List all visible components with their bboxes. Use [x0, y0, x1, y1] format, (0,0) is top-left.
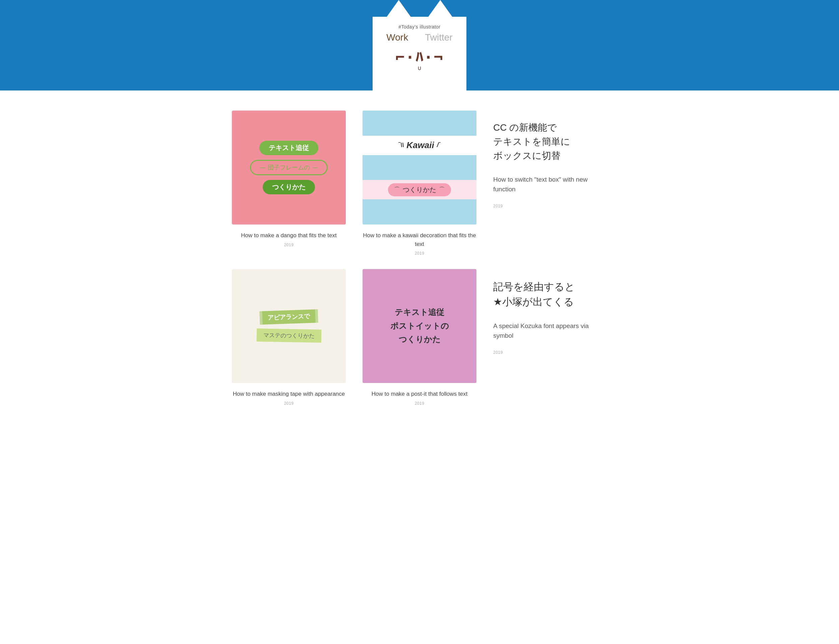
card-dango-year: 2019 [284, 243, 294, 247]
card-dango-title: How to make a dango that fits the text [241, 231, 337, 240]
cat-face-art: ⌐·ﾊ·¬ [396, 48, 443, 66]
dango-pill-1: テキスト追従 [259, 141, 318, 155]
postit-text: テキスト追従ポストイットのつくりかた [390, 306, 449, 347]
card-postit-year: 2019 [415, 401, 425, 406]
card-postit-image: テキスト追従ポストイットのつくりかた [363, 269, 476, 383]
kawaii-sub-text: ⌒ つくりかた ⌒ [388, 183, 451, 196]
nav-twitter-link[interactable]: Twitter [425, 32, 452, 43]
card-textbox-year: 2019 [493, 204, 503, 209]
card-kawaii-image: ‾\\ Kawaii /‾ ⌒ つくりかた ⌒ [363, 110, 476, 225]
card-kigou-bigtext: 記号を経由すると★小塚が出てくる [493, 279, 607, 309]
hashtag-label: #Today's illustrator [398, 24, 441, 30]
card-masking-title: How to make masking tape with appearance [233, 390, 345, 398]
cat-face: ⌐·ﾊ·¬ ∪ [396, 46, 443, 71]
kawaii-center: ‾\\ Kawaii /‾ [363, 136, 476, 155]
card-masking-year: 2019 [284, 401, 294, 406]
masking-tape-2: マステのつくりかた [256, 329, 321, 342]
card-kawaii-title: How to make a kawaii decoration that fit… [363, 231, 476, 248]
card-postit-title: How to make a post-it that follows text [371, 390, 468, 398]
card-masking-image: アピアランスで マステのつくりかた [232, 269, 346, 383]
nav-work-link[interactable]: Work [386, 32, 408, 43]
card-dango[interactable]: テキスト追従 ─ 団子フレームの ─ つくりかた How to make a d… [232, 110, 346, 256]
card-kigou-year: 2019 [493, 350, 503, 355]
main-content: テキスト追従 ─ 団子フレームの ─ つくりかた How to make a d… [218, 90, 621, 419]
page-header: #Today's illustrator Work Twitter ⌐·ﾊ·¬ … [0, 0, 839, 90]
card-textbox-title: How to switch "text box" with new functi… [493, 175, 607, 194]
dango-pill-2: ─ 団子フレームの ─ [250, 160, 328, 175]
cat-chin: ∪ [418, 64, 422, 71]
kawaii-stripe-bot [363, 199, 476, 225]
card-postit[interactable]: テキスト追従ポストイットのつくりかた How to make a post-it… [363, 269, 476, 406]
card-kawaii-year: 2019 [415, 251, 425, 256]
card-textbox-bigtext: CC の新機能でテキストを簡単にボックスに切替 [493, 121, 607, 163]
dango-pill-3: つくりかた [263, 180, 315, 194]
card-masking[interactable]: アピアランスで マステのつくりかた How to make masking ta… [232, 269, 346, 406]
card-textbox[interactable]: CC の新機能でテキストを簡単にボックスに切替 How to switch "t… [493, 110, 607, 256]
masking-tape-1: アピアランスで [259, 309, 318, 324]
cat-mascot: #Today's illustrator Work Twitter ⌐·ﾊ·¬ … [373, 0, 466, 90]
card-kigou[interactable]: 記号を経由すると★小塚が出てくる A special Kozuka font a… [493, 269, 607, 406]
content-grid: テキスト追従 ─ 団子フレームの ─ つくりかた How to make a d… [232, 110, 607, 406]
card-kigou-title: A special Kozuka font appears via symbol [493, 321, 607, 340]
kawaii-sub-center: ⌒ つくりかた ⌒ [363, 180, 476, 199]
card-kawaii[interactable]: ‾\\ Kawaii /‾ ⌒ つくりかた ⌒ [363, 110, 476, 256]
header-nav: Work Twitter [386, 32, 452, 43]
kawaii-stripe-top [363, 110, 476, 136]
kawaii-title-text: ‾\\ Kawaii /‾ [398, 140, 440, 150]
kawaii-stripe-mid [363, 155, 476, 180]
card-dango-image: テキスト追従 ─ 団子フレームの ─ つくりかた [232, 110, 346, 225]
